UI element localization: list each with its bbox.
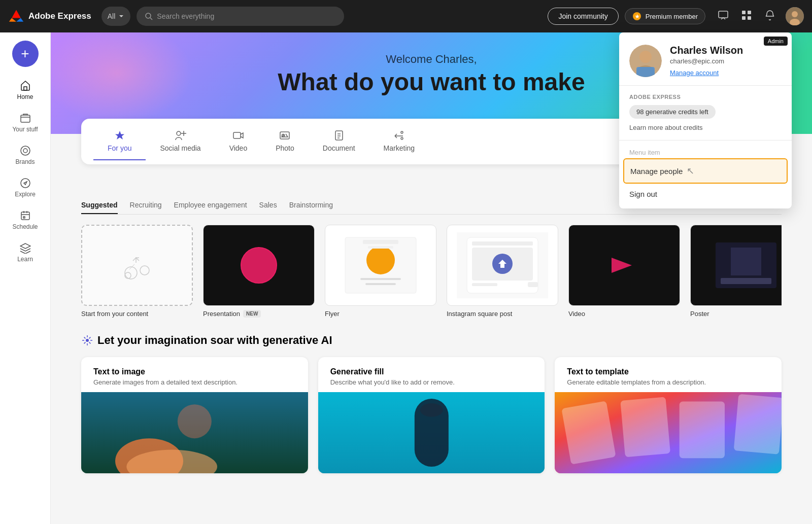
- svg-point-20: [21, 179, 30, 188]
- tab-for-you[interactable]: For you: [93, 123, 146, 160]
- svg-point-59: [178, 404, 212, 438]
- sub-tab-suggested[interactable]: Suggested: [81, 197, 118, 214]
- brands-icon: [20, 145, 31, 156]
- svg-rect-39: [360, 278, 401, 280]
- chat-icon-button[interactable]: [716, 8, 731, 25]
- cursor-indicator: ↖: [687, 165, 694, 177]
- svg-rect-27: [335, 131, 343, 140]
- tab-document[interactable]: Document: [309, 123, 369, 160]
- svg-point-62: [420, 403, 443, 417]
- template-card-flyer[interactable]: Flyer: [325, 225, 436, 318]
- template-card-presentation[interactable]: Presentation NEW: [203, 225, 315, 318]
- svg-rect-8: [719, 11, 728, 18]
- template-thumb-flyer: [325, 225, 436, 306]
- ai-section-title: Let your imagination soar with generativ…: [81, 334, 782, 347]
- template-thumb-video: [568, 225, 680, 306]
- template-card-instagram[interactable]: Instagram square post: [447, 225, 558, 318]
- template-card-from-content[interactable]: Start from your content: [81, 225, 193, 318]
- flyer-illustration: [335, 232, 426, 298]
- ai-card-text-to-template[interactable]: Text to template Generate editable templ…: [555, 357, 782, 473]
- sub-tab-sales[interactable]: Sales: [259, 197, 277, 214]
- svg-marker-23: [115, 131, 124, 139]
- sub-tab-brainstorming[interactable]: Brainstorming: [289, 197, 333, 214]
- svg-text:★: ★: [634, 14, 639, 19]
- schedule-icon: [20, 210, 31, 221]
- menu-items-section: Menu item Manage people ↖ Sign out: [619, 141, 792, 208]
- ai-card-image-colorful: [555, 392, 782, 473]
- nav-icons: [716, 7, 804, 25]
- manage-account-link[interactable]: Manage account: [670, 69, 719, 77]
- apps-icon-button[interactable]: [739, 8, 754, 25]
- profile-name: Charles Wilson: [670, 45, 782, 56]
- sidebar-item-brands[interactable]: Brands: [4, 140, 47, 170]
- tab-marketing[interactable]: Marketing: [369, 123, 429, 160]
- tab-social-media[interactable]: Social media: [146, 123, 215, 160]
- tab-photo[interactable]: Photo: [261, 123, 309, 160]
- svg-point-55: [86, 339, 89, 342]
- ai-sparkle-icon: [81, 334, 93, 346]
- svg-rect-71: [636, 67, 655, 77]
- svg-rect-45: [472, 241, 533, 246]
- template-thumb-presentation: [203, 225, 315, 306]
- template-card-video[interactable]: Video: [568, 225, 680, 318]
- svg-rect-49: [528, 282, 538, 287]
- top-navigation: Adobe Express All Join community ★ Premi…: [0, 0, 812, 32]
- manage-people-item[interactable]: Manage people ↖: [623, 158, 788, 184]
- svg-point-4: [146, 13, 151, 18]
- sidebar-item-schedule[interactable]: Schedule: [4, 205, 47, 235]
- svg-rect-54: [721, 278, 771, 284]
- premium-icon: ★: [632, 12, 641, 21]
- social-icon: [175, 130, 186, 141]
- svg-point-19: [23, 149, 27, 153]
- sub-tab-employee-engagement[interactable]: Employee engagement: [174, 197, 247, 214]
- svg-rect-41: [363, 240, 398, 244]
- template-thumb-poster: [690, 225, 782, 306]
- svg-point-69: [639, 51, 652, 63]
- user-avatar[interactable]: [786, 7, 804, 25]
- join-community-button[interactable]: Join community: [548, 8, 618, 25]
- svg-rect-64: [562, 401, 616, 464]
- ai-cards-container: Text to image Generate images from a det…: [81, 357, 782, 473]
- video-illustration: [579, 232, 670, 298]
- sign-out-item[interactable]: Sign out: [619, 184, 792, 204]
- search-category-dropdown[interactable]: All: [101, 7, 131, 26]
- profile-email: charles@epic.com: [670, 57, 782, 65]
- premium-button[interactable]: ★ Premium member: [625, 8, 705, 24]
- template-thumb-from-content: [81, 225, 193, 306]
- svg-point-14: [792, 11, 798, 17]
- marketing-icon: [393, 130, 404, 141]
- learn-icon: [20, 242, 31, 254]
- svg-rect-66: [680, 402, 725, 459]
- template-thumb-instagram: [447, 225, 558, 306]
- create-button[interactable]: +: [12, 41, 39, 67]
- svg-rect-24: [233, 132, 241, 138]
- new-badge: NEW: [243, 310, 261, 318]
- template-grid: Start from your content Presentation: [81, 225, 782, 322]
- sidebar-item-learn[interactable]: Learn: [4, 237, 47, 268]
- tab-video[interactable]: Video: [215, 123, 262, 160]
- template-card-poster[interactable]: Poster: [690, 225, 782, 318]
- ai-card-generative-fill[interactable]: Generative fill Describe what you'd like…: [318, 357, 545, 473]
- ai-card-text-to-image[interactable]: Text to image Generate images from a det…: [81, 357, 308, 473]
- home-icon: [20, 80, 31, 91]
- presentation-illustration: [213, 232, 304, 298]
- svg-rect-10: [748, 11, 751, 14]
- for-you-icon: [114, 130, 125, 141]
- menu-placeholder-label: Menu item: [619, 145, 792, 158]
- notifications-icon-button[interactable]: [762, 8, 777, 25]
- sidebar-item-your-stuff[interactable]: Your stuff: [4, 108, 47, 138]
- svg-point-28: [401, 131, 403, 133]
- ai-section: Let your imagination soar with generativ…: [51, 334, 812, 494]
- credits-link[interactable]: Learn more about credits: [629, 124, 703, 131]
- ai-card-image-ocean: [81, 392, 308, 473]
- sidebar-item-explore[interactable]: Explore: [4, 172, 47, 203]
- search-input[interactable]: [157, 12, 336, 20]
- document-icon: [333, 130, 345, 141]
- search-icon: [145, 12, 153, 20]
- svg-marker-2: [9, 18, 16, 22]
- ae-section-label: ADOBE EXPRESS: [629, 94, 782, 100]
- sidebar-item-home[interactable]: Home: [4, 75, 47, 106]
- ae-section: ADOBE EXPRESS 98 generative credits left…: [619, 86, 792, 141]
- sub-tab-recruiting[interactable]: Recruiting: [130, 197, 162, 214]
- sidebar: + Home Your stuff Brands: [0, 32, 51, 524]
